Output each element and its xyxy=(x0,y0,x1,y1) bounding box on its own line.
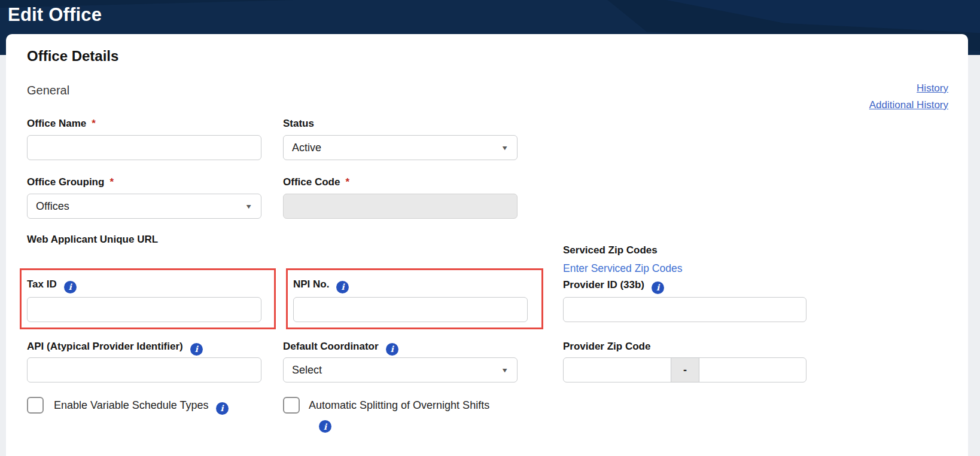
office-code-input xyxy=(283,194,518,219)
default-coordinator-label: Default Coordinatori xyxy=(283,341,398,356)
office-name-label: Office Name* xyxy=(27,118,96,130)
info-icon[interactable]: i xyxy=(652,281,664,294)
api-label: API (Atypical Provider Identifier)i xyxy=(27,341,203,356)
chevron-down-icon: ▼ xyxy=(501,366,509,374)
automatic-splitting-label: Automatic Splitting of Overnight Shifts xyxy=(309,399,489,412)
info-icon[interactable]: i xyxy=(319,420,331,433)
office-grouping-selected-value: Offices xyxy=(36,200,245,213)
automatic-splitting-checkbox[interactable] xyxy=(283,397,300,414)
default-coordinator-selected-value: Select xyxy=(292,364,501,377)
enable-variable-schedule-types-label: Enable Variable Schedule Typesi xyxy=(54,399,229,415)
provider-id-label: Provider ID (33b)i xyxy=(563,279,664,294)
info-icon[interactable]: i xyxy=(64,281,77,293)
required-asterisk: * xyxy=(345,176,349,188)
office-details-heading: Office Details xyxy=(27,48,118,65)
chevron-down-icon: ▼ xyxy=(501,144,509,151)
page-title: Edit Office xyxy=(8,4,102,26)
enable-variable-schedule-types-checkbox[interactable] xyxy=(27,397,44,414)
enter-serviced-zip-codes-link[interactable]: Enter Serviced Zip Codes xyxy=(563,262,682,275)
provider-zip-label: Provider Zip Code xyxy=(563,341,650,353)
web-applicant-url-label: Web Applicant Unique URL xyxy=(27,234,158,246)
office-grouping-label: Office Grouping* xyxy=(27,176,114,188)
history-link[interactable]: History xyxy=(917,82,948,94)
provider-zip-input-2[interactable] xyxy=(699,357,806,382)
provider-zip-input-1[interactable] xyxy=(563,357,671,382)
required-asterisk: * xyxy=(109,176,114,188)
tax-id-label: Tax IDi xyxy=(27,279,77,293)
api-input[interactable] xyxy=(27,357,261,382)
info-icon[interactable]: i xyxy=(336,281,349,293)
status-select[interactable]: Active ▼ xyxy=(283,135,518,160)
status-label: Status xyxy=(283,118,314,130)
info-icon[interactable]: i xyxy=(386,343,398,356)
provider-id-input[interactable] xyxy=(563,297,806,322)
additional-history-link[interactable]: Additional History xyxy=(869,99,948,111)
chevron-down-icon: ▼ xyxy=(245,203,252,210)
tax-id-input[interactable] xyxy=(27,297,261,322)
office-name-input[interactable] xyxy=(27,135,261,160)
npi-input[interactable] xyxy=(293,297,528,322)
info-icon[interactable]: i xyxy=(190,343,203,356)
general-section-label: General xyxy=(27,84,69,97)
info-icon[interactable]: i xyxy=(216,402,229,415)
npi-label: NPI No.i xyxy=(293,279,349,293)
office-code-label: Office Code* xyxy=(283,176,349,188)
provider-zip-separator: - xyxy=(671,357,699,382)
status-selected-value: Active xyxy=(292,142,501,154)
required-asterisk: * xyxy=(92,118,96,129)
office-grouping-select[interactable]: Offices ▼ xyxy=(27,194,261,219)
default-coordinator-select[interactable]: Select ▼ xyxy=(283,357,518,382)
serviced-zip-codes-label: Serviced Zip Codes xyxy=(563,244,658,256)
